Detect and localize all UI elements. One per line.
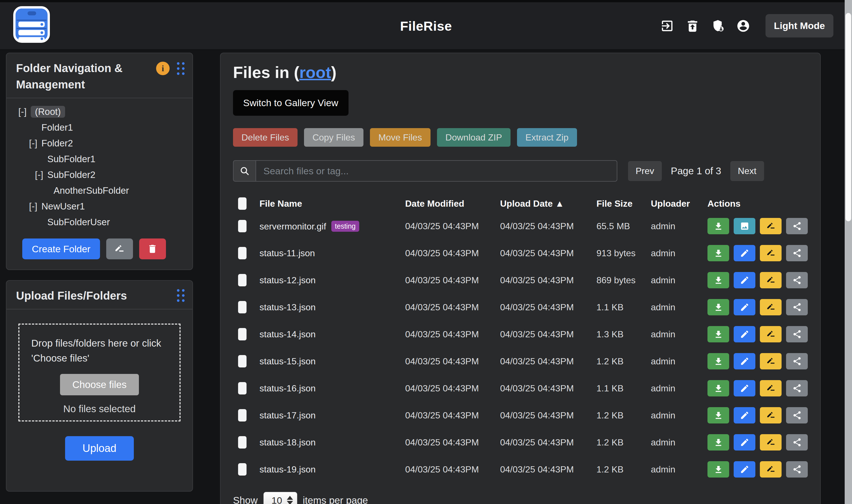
share-file-button[interactable] (786, 218, 808, 234)
row-checkbox[interactable] (238, 436, 246, 449)
search-button[interactable] (233, 160, 256, 182)
tree-item-subfolderuser[interactable]: SubFolderUser (6, 214, 192, 230)
column-header-upload-date[interactable]: Upload Date ▲ (500, 198, 596, 209)
file-name[interactable]: status-18.json (260, 437, 316, 447)
file-name[interactable]: servermonitor.gif (260, 221, 326, 231)
share-file-button[interactable] (786, 407, 808, 424)
share-file-button[interactable] (786, 380, 808, 396)
download-button[interactable] (708, 407, 729, 424)
light-mode-button[interactable]: Light Mode (765, 14, 833, 37)
file-name[interactable]: status-14.json (260, 329, 316, 339)
rename-file-button[interactable] (760, 380, 782, 396)
file-name[interactable]: status-15.json (260, 356, 316, 366)
rename-folder-button[interactable] (106, 238, 133, 259)
row-checkbox[interactable] (238, 382, 246, 394)
edit-file-button[interactable] (734, 434, 755, 450)
edit-file-button[interactable] (734, 326, 755, 342)
tree-item-folder1[interactable]: Folder1 (6, 120, 192, 136)
prev-page-button[interactable]: Prev (628, 161, 662, 181)
download-button[interactable] (708, 353, 729, 370)
collapse-toggle[interactable]: [-] (29, 138, 41, 149)
row-checkbox[interactable] (238, 247, 246, 259)
download-button[interactable] (708, 461, 729, 478)
next-page-button[interactable]: Next (730, 161, 764, 181)
edit-file-button[interactable] (734, 407, 755, 424)
preview-image-button[interactable] (734, 218, 755, 234)
tree-item-newuser1[interactable]: [-]NewUser1 (6, 198, 192, 214)
edit-file-button[interactable] (734, 461, 755, 478)
column-header-date-modified[interactable]: Date Modified (405, 198, 500, 209)
rename-file-button[interactable] (760, 461, 782, 478)
extract-zip-button[interactable]: Extract Zip (517, 128, 577, 147)
share-file-button[interactable] (786, 245, 808, 261)
rename-file-button[interactable] (760, 407, 782, 424)
drag-handle-icon[interactable] (177, 289, 185, 302)
share-file-button[interactable] (786, 353, 808, 370)
move-files-button[interactable]: Move Files (370, 128, 431, 147)
drag-handle-icon[interactable] (177, 62, 185, 75)
scrollbar-thumb[interactable] (846, 13, 851, 221)
share-file-button[interactable] (786, 434, 808, 450)
account-icon[interactable] (736, 19, 750, 33)
row-checkbox[interactable] (238, 409, 246, 421)
row-checkbox[interactable] (238, 328, 246, 340)
collapse-toggle[interactable]: [-] (18, 106, 31, 117)
switch-gallery-view-button[interactable]: Switch to Gallery View (233, 90, 349, 116)
create-folder-button[interactable]: Create Folder (22, 238, 100, 259)
edit-file-button[interactable] (734, 380, 755, 396)
file-name[interactable]: status-11.json (260, 248, 315, 258)
row-checkbox[interactable] (238, 355, 246, 367)
tree-item-subfolder1[interactable]: SubFolder1 (6, 151, 192, 167)
download-button[interactable] (708, 218, 729, 234)
collapse-toggle[interactable]: [-] (35, 169, 47, 180)
upload-button[interactable]: Upload (65, 436, 134, 461)
download-button[interactable] (708, 380, 729, 396)
delete-folder-button[interactable] (139, 238, 166, 259)
rename-file-button[interactable] (760, 299, 782, 316)
info-icon[interactable]: i (156, 62, 170, 75)
download-button[interactable] (708, 434, 729, 450)
logout-icon[interactable] (660, 19, 674, 33)
file-name[interactable]: status-12.json (260, 275, 316, 285)
row-checkbox[interactable] (238, 220, 246, 232)
rename-file-button[interactable] (760, 272, 782, 288)
tree-item-folder2[interactable]: [-]Folder2 (6, 136, 192, 151)
choose-files-button[interactable]: Choose files (60, 374, 139, 395)
edit-file-button[interactable] (734, 272, 755, 288)
edit-file-button[interactable] (734, 353, 755, 370)
share-file-button[interactable] (786, 461, 808, 478)
rename-file-button[interactable] (760, 245, 782, 261)
row-checkbox[interactable] (238, 463, 246, 475)
rename-file-button[interactable] (760, 218, 782, 234)
rename-file-button[interactable] (760, 326, 782, 342)
download-button[interactable] (708, 326, 729, 342)
file-name[interactable]: status-17.json (260, 410, 316, 420)
download-button[interactable] (708, 245, 729, 261)
file-name[interactable]: status-19.json (260, 464, 316, 474)
delete-files-button[interactable]: Delete Files (233, 128, 297, 147)
file-dropzone[interactable]: Drop files/folders here or click 'Choose… (18, 324, 180, 421)
share-file-button[interactable] (786, 299, 808, 316)
download-button[interactable] (708, 272, 729, 288)
window-scrollbar[interactable] (845, 0, 852, 504)
download-button[interactable] (708, 299, 729, 316)
tree-item-root[interactable]: [-](Root) (6, 104, 192, 120)
file-name[interactable]: status-16.json (260, 383, 316, 393)
tree-item-anothersubfolder[interactable]: AnotherSubFolder (6, 183, 192, 198)
root-folder-link[interactable]: root (299, 63, 331, 82)
items-per-page-select[interactable]: 10 (263, 492, 297, 504)
row-checkbox[interactable] (238, 274, 246, 286)
column-header-file-size[interactable]: File Size (596, 198, 651, 209)
share-file-button[interactable] (786, 326, 808, 342)
rename-file-button[interactable] (760, 434, 782, 450)
edit-file-button[interactable] (734, 245, 755, 261)
admin-shield-icon[interactable] (711, 19, 725, 33)
share-file-button[interactable] (786, 272, 808, 288)
rename-file-button[interactable] (760, 353, 782, 370)
select-all-checkbox[interactable] (238, 197, 246, 210)
search-input[interactable] (256, 160, 617, 182)
column-header-file-name[interactable]: File Name (260, 198, 405, 209)
collapse-toggle[interactable]: [-] (29, 201, 41, 212)
copy-files-button[interactable]: Copy Files (304, 128, 363, 147)
tree-item-subfolder2[interactable]: [-]SubFolder2 (6, 167, 192, 183)
